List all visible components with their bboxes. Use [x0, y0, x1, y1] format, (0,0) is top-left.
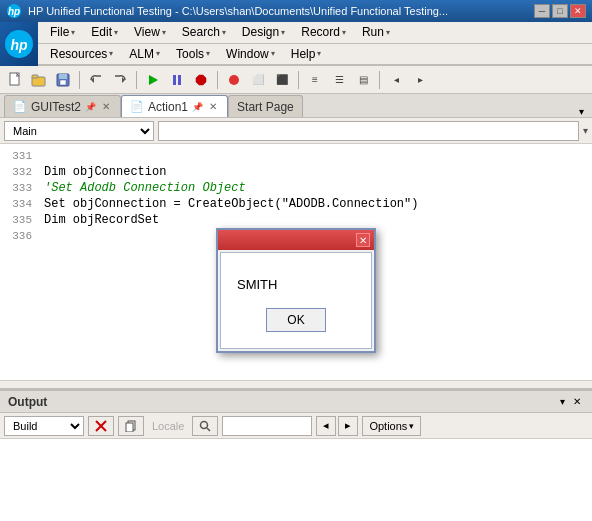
- modal-content: SMITH OK: [220, 252, 372, 349]
- modal-dialog: ✕ SMITH OK: [216, 228, 376, 353]
- modal-titlebar: ✕: [218, 230, 374, 250]
- modal-overlay: ✕ SMITH OK: [0, 0, 592, 521]
- modal-ok-button[interactable]: OK: [266, 308, 326, 332]
- modal-message: SMITH: [233, 269, 281, 300]
- modal-close-button[interactable]: ✕: [356, 233, 370, 247]
